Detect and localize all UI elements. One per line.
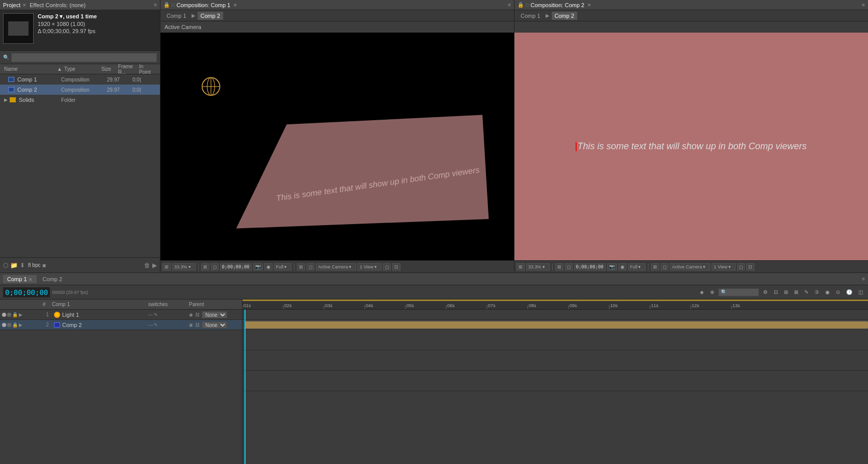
comp1-alpha-btn[interactable]: ◻ [211, 263, 219, 270]
project-tab-close[interactable]: ✕ [22, 3, 26, 8]
timeline-collapse-btn[interactable]: ⊞ [782, 288, 790, 296]
comp1-zoom-btn[interactable]: 33.3%▾ [172, 263, 196, 270]
delete-icon[interactable]: 🗑 [144, 262, 150, 269]
comp2-viewer-close[interactable]: ✕ [587, 3, 591, 8]
comp2-view-btn[interactable]: 1 View▾ [712, 263, 736, 270]
layer2-parent-chain[interactable]: ⛓ [195, 322, 200, 327]
project-panel-menu[interactable]: ≡ [154, 2, 157, 8]
comp2-zoom-btn[interactable]: 33.3%▾ [526, 263, 550, 270]
project-item-solids[interactable]: ▶ Solids Folder [0, 95, 160, 105]
timeline-playhead[interactable] [245, 310, 246, 464]
project-item-comp2[interactable]: Comp 2 Composition 29.97 0;0( [0, 85, 160, 95]
comp1-viewer-menu[interactable]: ≡ [508, 2, 511, 8]
timeline-tab-comp2[interactable]: Comp 2 [39, 275, 67, 283]
timeline-transfer-btn[interactable]: ⊠ [792, 288, 800, 296]
timeline-clock-btn[interactable]: 🕐 [844, 288, 854, 296]
layer1-collapse[interactable]: ▶ [19, 312, 22, 317]
timeline-3d-btn[interactable]: ③ [812, 288, 821, 296]
project-item-comp1[interactable]: Comp 1 Composition 29.97 0;0( [0, 74, 160, 85]
new-composition-icon[interactable]: ⬡ [3, 262, 8, 269]
comp1-zoom-label: 33.3% [174, 264, 187, 269]
comp1-camera-btn[interactable]: Active Camera▾ [316, 263, 356, 270]
comp1-viewer-close[interactable]: ✕ [233, 3, 237, 8]
layer2-lock[interactable]: 🔒 [12, 322, 18, 327]
timeline-search-input[interactable] [718, 288, 759, 296]
comp2-tab1[interactable]: Comp 1 [518, 12, 544, 20]
comp1-tab2[interactable]: Comp 2 [198, 12, 224, 20]
svg-text:13s: 13s [733, 303, 740, 308]
comp1-expand-btn[interactable]: ⊡ [392, 263, 400, 270]
timeline-adj-btn[interactable]: ⊙ [834, 288, 842, 296]
new-folder-icon[interactable]: 📁 [10, 262, 18, 269]
timeline-paint-btn[interactable]: ✎ [802, 288, 810, 296]
layer1-vis-switch[interactable] [2, 313, 6, 317]
project-search-input[interactable] [11, 53, 157, 62]
layer1-parent-select[interactable]: None [202, 311, 227, 318]
color-settings-icon[interactable]: ◼ [42, 263, 46, 268]
comp1-snap-btn[interactable]: ⊞ [162, 263, 171, 270]
comp2-tab2[interactable]: Comp 2 [552, 12, 578, 20]
layer2-sw1[interactable]: — [148, 322, 153, 327]
layer1-lock[interactable]: 🔒 [12, 312, 18, 317]
timeline-render-btn[interactable]: ⊡ [772, 288, 780, 296]
preview-info: Comp 2 ▾, used 1 time 1920 × 1080 (1.00)… [38, 13, 97, 47]
comp1-color-btn[interactable]: ◉ [264, 263, 273, 270]
comp2-grid-btn[interactable]: ⊞ [555, 263, 563, 270]
comp1-canvas: This is some text that will show up in b… [160, 33, 514, 260]
layer1-parent-chain[interactable]: ⛓ [195, 312, 200, 317]
project-tab[interactable]: Project ✕ [3, 2, 26, 8]
comp1-mask-btn[interactable]: ◻ [307, 263, 314, 270]
comp2-color-btn[interactable]: ◉ [618, 263, 627, 270]
comp1-grid-btn[interactable]: ⊞ [201, 263, 209, 270]
layer1-audio-switch[interactable] [7, 313, 11, 317]
effect-controls-tab[interactable]: Effect Controls: (none) [30, 2, 86, 8]
layer2-parent-eye[interactable]: ◉ [189, 322, 193, 327]
layer2-audio-switch[interactable] [7, 323, 11, 327]
timeline-tab-comp1[interactable]: Comp 1 ✕ [3, 275, 37, 283]
comp1-render-btn[interactable]: ◻ [383, 263, 391, 270]
comp2-expand-btn[interactable]: ⊡ [746, 263, 754, 270]
track-row-1[interactable] [242, 310, 868, 320]
timeline-motion2-btn[interactable]: ◉ [823, 288, 832, 296]
comp1-checkerboard-btn[interactable]: ⊞ [297, 263, 305, 270]
timeline-layer-1[interactable]: 🔒 ▶ 1 Light 1 — ✎ ◉ ⛓ None [0, 310, 242, 320]
timeline-solo-btn[interactable]: ◈ [698, 288, 706, 296]
comp2-camera-capture-btn[interactable]: 📷 [607, 263, 617, 270]
comp1-tab1[interactable]: Comp 1 [164, 12, 189, 20]
timeline-motion-btn[interactable]: ⊕ [708, 288, 716, 296]
comp1-lock-icon[interactable]: 🔒 [164, 2, 170, 8]
comp2-lock-icon[interactable]: 🔒 [518, 2, 524, 8]
project-column-headers: Name ▲ Type Size Frame R... In Point [0, 64, 160, 74]
arrow-right-icon[interactable]: ▶ [152, 262, 157, 269]
timeline-timecode[interactable]: 0;00;00;00 [3, 287, 50, 297]
track-row-2[interactable] [242, 320, 868, 330]
layer1-sw2[interactable]: ✎ [154, 312, 158, 317]
import-icon[interactable]: ⬇ [20, 262, 25, 269]
comp2-render-btn[interactable]: ◻ [737, 263, 745, 270]
comp2-alpha-btn[interactable]: ◻ [565, 263, 573, 270]
comp2-snap-btn[interactable]: ⊞ [517, 263, 525, 270]
timeline-menu-btn[interactable]: ≡ [862, 276, 865, 282]
layer1-sw1[interactable]: — [148, 312, 153, 317]
col-layer-switches-header: switches [148, 302, 189, 307]
timeline-layer-2[interactable]: 🔒 ▶ 2 Comp 2 — ✎ ◉ ⛓ None [0, 320, 242, 330]
comp1-view-btn[interactable]: 1 View▾ [358, 263, 382, 270]
comp2-mask-btn[interactable]: ◻ [661, 263, 668, 270]
timeline-ruler[interactable]: 01s 02s 03s 04s 05s 06s 07s 08s [242, 299, 868, 310]
comp2-viewer-menu[interactable]: ≡ [862, 2, 865, 8]
timeline-opacity-btn[interactable]: ◫ [856, 288, 865, 296]
track-bar-comp2[interactable] [245, 321, 868, 329]
col-framerate-header: Frame R... [116, 64, 137, 75]
comp1-quality-btn[interactable]: Full▾ [274, 263, 292, 270]
comp2-checkerboard-btn[interactable]: ⊞ [651, 263, 659, 270]
layer2-vis-switch[interactable] [2, 323, 6, 327]
layer2-sw2[interactable]: ✎ [154, 322, 158, 327]
layer2-collapse[interactable]: ▶ [19, 322, 22, 327]
comp1-camera-capture-btn[interactable]: 📷 [253, 263, 263, 270]
layer1-parent-eye[interactable]: ◉ [189, 312, 193, 317]
comp2-quality-btn[interactable]: Full▾ [628, 263, 646, 270]
timeline-tab1-close[interactable]: ✕ [29, 277, 33, 282]
timeline-settings-btn[interactable]: ⚙ [761, 288, 770, 296]
comp2-camera-btn[interactable]: Active Camera▾ [670, 263, 710, 270]
layer2-parent-select[interactable]: None [202, 321, 227, 329]
